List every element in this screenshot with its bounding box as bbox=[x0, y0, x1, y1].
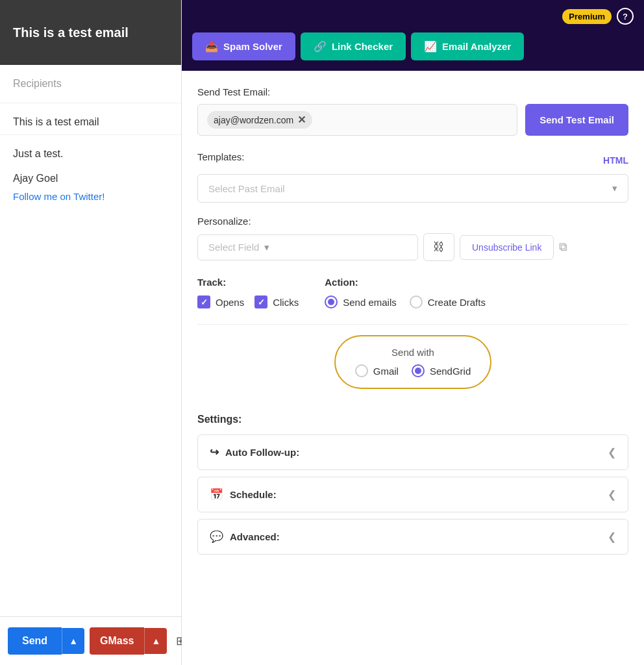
send-button[interactable]: Send bbox=[8, 627, 62, 655]
link-icon: 🔗 bbox=[314, 40, 327, 53]
opens-label: Opens bbox=[216, 297, 244, 308]
auto-followup-label: Auto Follow-up: bbox=[225, 447, 299, 458]
personalize-label: Personalize: bbox=[197, 216, 628, 227]
merge-icon: ⛓ bbox=[433, 240, 445, 253]
action-radio-group: Send emails Create Drafts bbox=[325, 295, 486, 308]
schedule-left: 📅 Schedule: bbox=[210, 488, 277, 501]
personalize-row: Personalize: Select Field ▾ ⛓ Unsubscrib… bbox=[197, 216, 628, 261]
clicks-checkbox[interactable]: ✓ bbox=[254, 295, 267, 308]
divider bbox=[197, 324, 628, 325]
sendgrid-label: SendGrid bbox=[430, 366, 471, 377]
action-section: Action: Send emails Create Drafts bbox=[325, 277, 486, 308]
sidebar: This is a test email Recipients This is … bbox=[0, 0, 182, 665]
auto-followup-chevron: ❮ bbox=[608, 446, 616, 458]
email-tag-input[interactable]: ajay@wordzen.com ✕ bbox=[197, 104, 517, 136]
link-checker-tab[interactable]: 🔗 Link Checker bbox=[301, 32, 406, 60]
tool-tabs: 📥 Spam Solver 🔗 Link Checker 📈 Email Ana… bbox=[182, 32, 644, 71]
right-panel: Premium ? 📥 Spam Solver 🔗 Link Checker 📈… bbox=[182, 0, 644, 665]
copy-button[interactable]: ⧉ bbox=[559, 240, 567, 254]
email-tag: ajay@wordzen.com ✕ bbox=[207, 111, 312, 129]
opens-checkbox[interactable]: ✓ bbox=[197, 295, 210, 308]
help-icon[interactable]: ? bbox=[617, 8, 634, 25]
templates-row: Templates: HTML Select Past Email ▾ bbox=[197, 151, 628, 203]
spam-icon: 📥 bbox=[205, 40, 218, 53]
sendgrid-radio-inner bbox=[415, 368, 421, 374]
clicks-label: Clicks bbox=[273, 297, 299, 308]
advanced-label: Advanced: bbox=[230, 531, 280, 542]
action-title: Action: bbox=[325, 277, 486, 288]
sidebar-author: Ajay Goel bbox=[0, 166, 181, 191]
sidebar-recipients: Recipients bbox=[0, 65, 181, 103]
create-drafts-radio-outer[interactable] bbox=[410, 295, 423, 308]
email-tag-close-icon[interactable]: ✕ bbox=[297, 114, 306, 126]
field-chevron-icon: ▾ bbox=[264, 242, 269, 253]
send-with-radio-group: Gmail SendGrid bbox=[355, 364, 471, 377]
auto-followup-item[interactable]: ↪ Auto Follow-up: ❮ bbox=[197, 434, 628, 470]
email-tag-text: ajay@wordzen.com bbox=[214, 115, 293, 125]
gmail-radio-outer[interactable] bbox=[355, 364, 368, 377]
sidebar-email-title: This is a test email bbox=[0, 103, 181, 135]
schedule-label: Schedule: bbox=[230, 489, 277, 500]
clicks-check-icon: ✓ bbox=[258, 297, 265, 307]
opens-checkbox-item[interactable]: ✓ Opens bbox=[197, 295, 244, 308]
send-emails-label: Send emails bbox=[343, 297, 397, 308]
personalize-controls: Select Field ▾ ⛓ Unsubscribe Link ⧉ bbox=[197, 233, 628, 261]
schedule-item[interactable]: 📅 Schedule: ❮ bbox=[197, 477, 628, 512]
send-emails-radio-outer[interactable] bbox=[325, 295, 338, 308]
sendgrid-radio-outer[interactable] bbox=[412, 364, 425, 377]
track-action-row: Track: ✓ Opens ✓ Clicks bbox=[197, 277, 628, 308]
copy-icon: ⧉ bbox=[559, 240, 567, 253]
gmail-label: Gmail bbox=[373, 366, 399, 377]
send-with-section: Send with Gmail SendGrid bbox=[334, 335, 492, 389]
gmass-dropdown-button[interactable]: ▲ bbox=[144, 628, 167, 654]
sidebar-title: This is a test email bbox=[13, 25, 129, 40]
sidebar-twitter[interactable]: Follow me on Twitter! bbox=[0, 191, 181, 216]
templates-header: Templates: HTML bbox=[197, 151, 628, 169]
main-content: Send Test Email: ajay@wordzen.com ✕ Send… bbox=[182, 71, 644, 665]
track-section: Track: ✓ Opens ✓ Clicks bbox=[197, 277, 299, 308]
field-placeholder: Select Field bbox=[208, 242, 259, 253]
checkbox-group: ✓ Opens ✓ Clicks bbox=[197, 295, 299, 308]
send-with-wrapper: Send with Gmail SendGrid bbox=[197, 335, 628, 408]
templates-label: Templates: bbox=[197, 151, 245, 162]
send-test-label: Send Test Email: bbox=[197, 86, 628, 97]
merge-tag-button[interactable]: ⛓ bbox=[423, 233, 454, 261]
main-layout: This is a test email Recipients This is … bbox=[0, 0, 644, 665]
templates-dropdown[interactable]: Select Past Email ▾ bbox=[197, 174, 628, 203]
email-analyzer-tab[interactable]: 📈 Email Analyzer bbox=[411, 32, 524, 60]
send-emails-radio-inner bbox=[328, 299, 334, 305]
send-dropdown-button[interactable]: ▲ bbox=[62, 628, 84, 654]
clicks-checkbox-item[interactable]: ✓ Clicks bbox=[254, 295, 299, 308]
create-drafts-label: Create Drafts bbox=[428, 297, 486, 308]
gmail-radio[interactable]: Gmail bbox=[355, 364, 399, 377]
create-drafts-radio[interactable]: Create Drafts bbox=[410, 295, 486, 308]
sidebar-bottom: Send ▲ GMass ▲ ⊞ A 📎 🔗 🙂 △ 🖼 🕐 ✏ ⋮ 🗑 bbox=[0, 616, 181, 665]
twitter-link[interactable]: Follow me on Twitter! bbox=[13, 191, 105, 202]
top-nav: Premium ? bbox=[182, 0, 644, 32]
schedule-chevron: ❮ bbox=[608, 488, 616, 501]
analyzer-icon: 📈 bbox=[424, 40, 437, 53]
sidebar-just-test: Just a test. bbox=[0, 135, 181, 166]
send-with-label: Send with bbox=[391, 347, 434, 358]
premium-badge[interactable]: Premium bbox=[562, 9, 612, 24]
send-test-row: ajay@wordzen.com ✕ Send Test Email bbox=[197, 104, 628, 136]
advanced-icon: 💬 bbox=[210, 530, 223, 544]
send-test-button[interactable]: Send Test Email bbox=[525, 104, 628, 136]
send-emails-radio[interactable]: Send emails bbox=[325, 295, 397, 308]
advanced-left: 💬 Advanced: bbox=[210, 530, 280, 544]
auto-followup-icon: ↪ bbox=[210, 445, 219, 459]
advanced-item[interactable]: 💬 Advanced: ❮ bbox=[197, 519, 628, 555]
gmass-button[interactable]: GMass bbox=[90, 627, 144, 655]
field-dropdown[interactable]: Select Field ▾ bbox=[197, 234, 418, 260]
track-title: Track: bbox=[197, 277, 299, 288]
sendgrid-radio[interactable]: SendGrid bbox=[412, 364, 471, 377]
schedule-icon: 📅 bbox=[210, 488, 223, 501]
auto-followup-left: ↪ Auto Follow-up: bbox=[210, 445, 299, 459]
html-link[interactable]: HTML bbox=[603, 155, 628, 166]
unsubscribe-link-button[interactable]: Unsubscribe Link bbox=[460, 235, 554, 260]
settings-title: Settings: bbox=[197, 414, 628, 425]
templates-chevron-icon: ▾ bbox=[612, 182, 617, 194]
sidebar-header: This is a test email bbox=[0, 0, 181, 65]
spam-solver-tab[interactable]: 📥 Spam Solver bbox=[192, 32, 295, 60]
opens-check-icon: ✓ bbox=[201, 297, 208, 307]
